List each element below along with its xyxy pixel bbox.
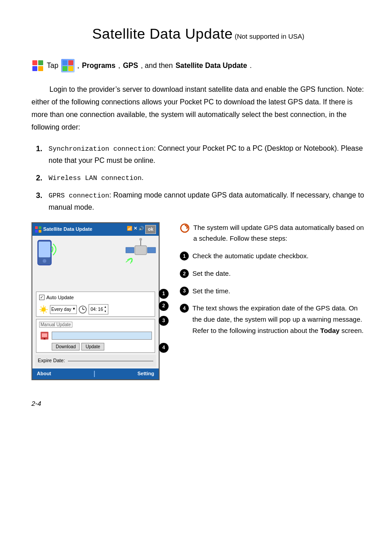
svg-rect-6: [68, 60, 73, 65]
windows-icon: [31, 59, 44, 72]
refresh-icon: [180, 223, 190, 233]
desc-text-2: Set the date.: [192, 268, 365, 279]
desc-text-1: Check the automatic update checkbox.: [192, 251, 365, 262]
phone-graphic: [34, 239, 59, 273]
programs-label: Programs: [82, 60, 116, 72]
expire-label: Expire Date:: [38, 357, 65, 365]
page-title: Satellite Data Update (Not supported in …: [31, 22, 365, 45]
svg-rect-8: [68, 66, 73, 71]
device-screen: Satellite Data Update 📶 ✕ 🔊 ok: [31, 222, 160, 380]
svg-rect-12: [39, 230, 41, 233]
svg-rect-7: [62, 66, 67, 71]
bottom-separator: [94, 371, 95, 377]
list-content-3: GPRS connection: Roaming mode cannot upd…: [49, 189, 365, 213]
auto-update-label: ✓ Auto Update: [39, 294, 152, 302]
callout-4: 4: [159, 343, 169, 353]
expire-section: Expire Date:: [35, 355, 156, 367]
titlebar-icons: 📶 ✕ 🔊 ok: [127, 225, 156, 234]
list-num-2: 2.: [36, 172, 49, 184]
gps-label: GPS: [123, 60, 138, 72]
svg-point-20: [139, 238, 142, 241]
svg-rect-18: [135, 246, 147, 255]
tap-comma2: ,: [118, 60, 120, 72]
tap-comma: ,: [77, 60, 79, 72]
manual-input-field[interactable]: [52, 332, 152, 340]
svg-line-29: [41, 310, 42, 311]
titlebar-left: Satellite Data Update: [35, 225, 92, 234]
time-spinbox[interactable]: 04: 16 ▲ ▼: [89, 304, 108, 314]
title-sub: (Not supported in USA): [235, 32, 304, 40]
desc-item-1: 1 Check the automatic update checkbox.: [180, 251, 365, 262]
list-item-1: 1. Synchronization connection: Connect y…: [36, 143, 365, 166]
desc-text-4: The text shows the expiration date of th…: [192, 303, 365, 336]
tap-prefix: Tap: [47, 60, 58, 72]
screen-body: ✓ Auto Update: [32, 236, 159, 368]
list-term-1: Synchronization connection: Connect your…: [49, 144, 363, 164]
callout-3: 3: [159, 316, 169, 326]
about-label[interactable]: About: [37, 370, 51, 378]
day-select[interactable]: Every day ▼: [50, 305, 77, 314]
svg-point-15: [43, 259, 46, 263]
list-num-1: 1.: [36, 143, 49, 155]
spin-arrows[interactable]: ▲ ▼: [104, 305, 107, 314]
desc-num-2: 2: [180, 269, 189, 278]
list-term-3: GPRS connection: Roaming mode cannot upd…: [49, 191, 364, 211]
ok-button[interactable]: ok: [145, 225, 156, 234]
time-value: 04: 16: [90, 306, 103, 313]
desc-item-3: 3 Set the time.: [180, 286, 365, 297]
manual-update-section: Manual Update Download: [36, 319, 155, 353]
manual-row: [39, 330, 152, 341]
titlebar-windows-icon: [35, 226, 41, 233]
tap-instruction: Tap , Programs , GPS , and then Satellit…: [31, 59, 365, 72]
manual-buttons: Download Update: [52, 343, 152, 350]
svg-rect-1: [38, 60, 43, 65]
clock-icon: [79, 305, 87, 314]
satellite-data-update-label: Satellite Data Update: [175, 60, 247, 72]
desc-item-4: 4 The text shows the expiration date of …: [180, 303, 365, 336]
svg-rect-5: [62, 60, 67, 65]
svg-rect-34: [42, 333, 47, 337]
auto-update-section: ✓ Auto Update: [36, 292, 155, 317]
sound-icon: 🔊: [138, 225, 144, 234]
list-content-1: Synchronization connection: Connect your…: [49, 143, 365, 166]
svg-point-36: [44, 338, 45, 339]
download-button[interactable]: Download: [52, 343, 80, 350]
desc-num-1: 1: [180, 252, 189, 261]
screenshot-panel: Satellite Data Update 📶 ✕ 🔊 ok: [31, 222, 166, 380]
programs-icon: [61, 59, 75, 72]
desc-num-4: 4: [180, 304, 189, 313]
update-button[interactable]: Update: [81, 343, 104, 350]
desc-text-3: Set the time.: [192, 286, 365, 297]
circle-arrow-icon: [180, 223, 190, 233]
setting-label[interactable]: Setting: [138, 370, 154, 378]
today-bold: Today: [320, 327, 339, 334]
auto-update-text: Auto Update: [46, 294, 74, 302]
screen-title: Satellite Data Update: [43, 225, 92, 234]
x-icon: ✕: [134, 225, 137, 234]
list-item-2: 2. Wireless LAN connection.: [36, 172, 365, 184]
manual-update-label-text: Manual Update: [39, 321, 152, 328]
page-number: 2-4: [31, 398, 365, 409]
svg-line-26: [41, 306, 42, 307]
svg-rect-2: [32, 66, 37, 71]
auto-update-checkbox[interactable]: ✓: [39, 295, 45, 300]
day-select-value: Every day: [51, 306, 71, 313]
screen-bottombar: About Setting: [32, 368, 159, 379]
svg-point-21: [41, 307, 46, 312]
svg-line-27: [46, 311, 47, 312]
intro-paragraph: Login to the provider’s server to downlo…: [31, 83, 365, 134]
content-area: Satellite Data Update 📶 ✕ 🔊 ok: [31, 222, 365, 380]
svg-rect-3: [38, 66, 43, 71]
desc-item-2: 2 Set the date.: [180, 268, 365, 279]
callout-2: 2: [159, 301, 169, 311]
list-num-3: 3.: [36, 189, 49, 202]
svg-rect-11: [35, 230, 38, 233]
svg-rect-16: [126, 247, 134, 253]
expire-line: [68, 361, 153, 361]
signal-icon: 📶: [127, 225, 132, 234]
connection-list: 1. Synchronization connection: Connect y…: [36, 143, 365, 213]
desc-item-intro: The system will update GPS data automati…: [180, 222, 365, 245]
manual-download-icon: [39, 330, 50, 341]
callout-1: 1: [159, 289, 169, 299]
manual-label-border: Manual Update: [39, 322, 72, 328]
